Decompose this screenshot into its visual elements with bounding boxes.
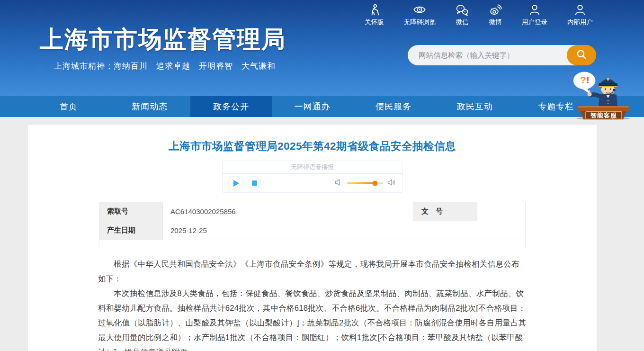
article-container: 上海市市场监督管理局2025年第42期省级食品安全抽检信息 无障碍语音播报 — [28, 125, 597, 351]
weibo-icon — [489, 3, 502, 17]
user-login-icon — [528, 3, 541, 17]
nav-item-interaction[interactable]: 政民互动 — [434, 96, 516, 117]
quicklink-wechat[interactable]: 微信 — [456, 3, 469, 27]
quicklink-weibo[interactable]: 微博 — [489, 3, 502, 27]
site-header: 关怀版 无障碍浏览 — [0, 0, 644, 96]
article-body: 根据《中华人民共和国食品安全法》《上海市食品安全条例》等规定，现将我局开展本市食… — [98, 257, 527, 351]
empty-cell — [99, 240, 526, 248]
quicklink-label: 用户登录 — [522, 18, 547, 27]
site-title: 上海市市场监督管理局 — [40, 24, 286, 55]
main-content: 上海市市场监督管理局2025年第42期省级食品安全抽检信息 无障碍语音播报 — [0, 117, 644, 351]
volume-slider-fill — [347, 182, 375, 184]
volume-slider[interactable] — [347, 182, 383, 184]
site-motto: 上海城市精神：海纳百川 追求卓越 开明睿智 大气谦和 — [54, 61, 276, 72]
audio-player-title: 无障碍语音播报 — [291, 163, 334, 171]
main-nav: 首页 新闻动态 政务公开 一网通办 便民服务 政民互动 专题专栏 — [0, 96, 644, 117]
internal-user-icon — [573, 3, 587, 17]
issue-date-value: 2025-12-25 — [163, 221, 526, 240]
accessibility-eye-icon — [413, 3, 426, 17]
audio-stop-button[interactable] — [248, 176, 261, 190]
quicklink-internal-user[interactable]: 内部用户 — [567, 3, 593, 27]
mascot-speech-bubble: ?! — [575, 74, 595, 86]
index-number-label: 索取号 — [99, 202, 163, 221]
quicklink-label: 微信 — [456, 18, 469, 27]
page: 关怀版 无障碍浏览 — [0, 0, 644, 351]
quick-links-bar: 关怀版 无障碍浏览 — [365, 3, 593, 27]
quicklink-elderly-version[interactable]: 关怀版 — [365, 3, 384, 27]
smart-service-label: 智能客服 — [586, 112, 621, 119]
quicklink-label: 微博 — [489, 18, 502, 27]
volume-slider-knob[interactable] — [372, 180, 377, 186]
doc-number-value — [477, 202, 526, 221]
issue-date-label: 产生日期 — [99, 221, 163, 240]
play-icon — [233, 180, 239, 187]
nav-item-public-service[interactable]: 便民服务 — [353, 96, 434, 117]
paragraph: 根据《中华人民共和国食品安全法》《上海市食品安全条例》等规定，现将我局开展本市食… — [98, 257, 527, 286]
quicklink-accessibility[interactable]: 无障碍浏览 — [404, 3, 436, 27]
stop-icon — [252, 180, 257, 186]
doc-number-label: 文 号 — [414, 202, 477, 221]
site-search — [408, 45, 596, 65]
nav-item-one-stop[interactable]: 一网通办 — [272, 96, 353, 117]
volume-low-icon — [335, 179, 343, 188]
document-meta-table: 索取号 AC61403002025856 文 号 产生日期 2025-12-25 — [99, 202, 526, 248]
nav-item-gov-affairs[interactable]: 政务公开 — [190, 96, 272, 117]
nav-item-news[interactable]: 新闻动态 — [109, 96, 191, 117]
audio-play-button[interactable] — [228, 176, 243, 190]
article-title: 上海市市场监督管理局2025年第42期省级食品安全抽检信息 — [98, 125, 527, 153]
elderly-care-icon — [367, 3, 381, 17]
search-icon — [575, 48, 588, 62]
search-button[interactable] — [567, 45, 596, 65]
table-row: 产生日期 2025-12-25 — [99, 221, 526, 240]
nav-item-home[interactable]: 首页 — [28, 96, 109, 117]
smart-service-mascot[interactable]: ?! 智能客服 — [568, 68, 631, 120]
quicklink-user-login[interactable]: 用户登录 — [522, 3, 547, 27]
volume-high-icon — [387, 179, 397, 188]
audio-player: 无障碍语音播报 — [222, 161, 403, 193]
index-number-value: AC61403002025856 — [163, 202, 414, 221]
wechat-icon — [456, 3, 469, 17]
quicklink-label: 无障碍浏览 — [404, 18, 436, 27]
paragraph: 本次抽检信息涉及8大类食品，包括：保健食品、餐饮食品、炒货食品及坚果制品、肉制品… — [98, 286, 527, 351]
quicklink-label: 关怀版 — [365, 18, 384, 27]
table-row: 索取号 AC61403002025856 文 号 — [99, 202, 526, 221]
table-row — [99, 240, 526, 248]
quicklink-label: 内部用户 — [567, 18, 593, 27]
